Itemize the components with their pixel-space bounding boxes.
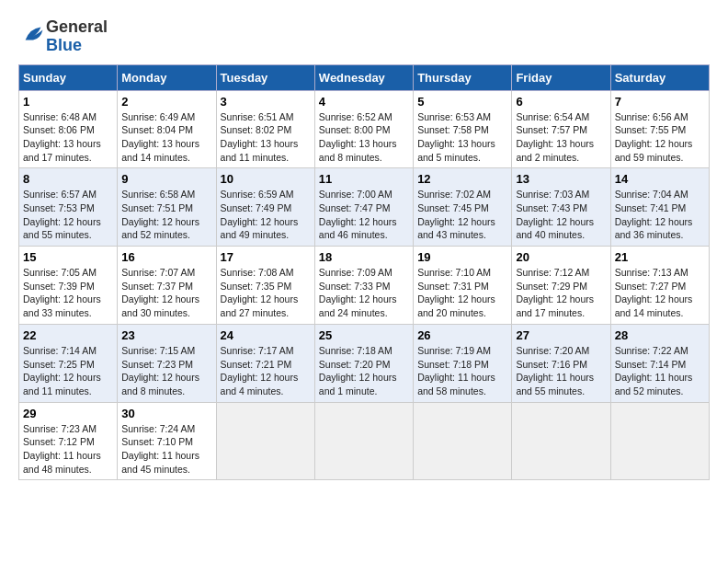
day-info: Sunrise: 7:18 AM Sunset: 7:20 PM Dayligh…	[319, 344, 409, 398]
calendar-cell: 10Sunrise: 6:59 AM Sunset: 7:49 PM Dayli…	[216, 168, 314, 247]
day-number: 18	[319, 250, 409, 264]
day-info: Sunrise: 7:02 AM Sunset: 7:45 PM Dayligh…	[417, 188, 507, 242]
calendar-cell: 29Sunrise: 7:23 AM Sunset: 7:12 PM Dayli…	[19, 402, 118, 480]
calendar-week-row: 1Sunrise: 6:48 AM Sunset: 8:06 PM Daylig…	[19, 90, 710, 168]
calendar-cell: 20Sunrise: 7:12 AM Sunset: 7:29 PM Dayli…	[512, 247, 610, 325]
calendar-cell: 7Sunrise: 6:56 AM Sunset: 7:55 PM Daylig…	[610, 90, 709, 168]
day-info: Sunrise: 7:09 AM Sunset: 7:33 PM Dayligh…	[319, 266, 409, 320]
day-number: 30	[121, 407, 211, 420]
day-number: 5	[417, 95, 507, 109]
calendar-cell: 21Sunrise: 7:13 AM Sunset: 7:27 PM Dayli…	[610, 247, 709, 325]
day-info: Sunrise: 6:48 AM Sunset: 8:06 PM Dayligh…	[23, 110, 113, 165]
day-info: Sunrise: 7:13 AM Sunset: 7:27 PM Dayligh…	[615, 266, 705, 320]
day-info: Sunrise: 6:59 AM Sunset: 7:49 PM Dayligh…	[221, 188, 311, 242]
calendar-cell: 22Sunrise: 7:14 AM Sunset: 7:25 PM Dayli…	[19, 324, 118, 402]
calendar-cell: 13Sunrise: 7:03 AM Sunset: 7:43 PM Dayli…	[512, 168, 610, 247]
calendar-cell	[414, 402, 512, 480]
day-number: 8	[23, 172, 113, 186]
day-info: Sunrise: 6:51 AM Sunset: 8:02 PM Dayligh…	[221, 110, 311, 165]
calendar-header-row: SundayMondayTuesdayWednesdayThursdayFrid…	[19, 64, 710, 90]
day-number: 21	[615, 250, 705, 264]
day-number: 6	[516, 95, 606, 109]
day-number: 1	[23, 95, 113, 109]
day-info: Sunrise: 7:04 AM Sunset: 7:41 PM Dayligh…	[615, 188, 705, 242]
calendar-cell: 5Sunrise: 6:53 AM Sunset: 7:58 PM Daylig…	[414, 90, 512, 168]
day-number: 10	[221, 172, 311, 186]
day-info: Sunrise: 7:07 AM Sunset: 7:37 PM Dayligh…	[121, 266, 211, 320]
day-info: Sunrise: 7:10 AM Sunset: 7:31 PM Dayligh…	[417, 266, 507, 320]
calendar-week-row: 15Sunrise: 7:05 AM Sunset: 7:39 PM Dayli…	[19, 247, 710, 325]
calendar-cell: 9Sunrise: 6:58 AM Sunset: 7:51 PM Daylig…	[118, 168, 216, 247]
col-header-monday: Monday	[118, 64, 216, 90]
calendar-cell	[512, 402, 610, 480]
col-header-tuesday: Tuesday	[216, 64, 314, 90]
day-info: Sunrise: 6:52 AM Sunset: 8:00 PM Dayligh…	[319, 110, 409, 165]
calendar-cell: 14Sunrise: 7:04 AM Sunset: 7:41 PM Dayli…	[610, 168, 709, 247]
col-header-thursday: Thursday	[414, 64, 512, 90]
day-number: 9	[121, 172, 211, 186]
day-info: Sunrise: 6:57 AM Sunset: 7:53 PM Dayligh…	[23, 188, 113, 242]
calendar-cell: 8Sunrise: 6:57 AM Sunset: 7:53 PM Daylig…	[19, 168, 118, 247]
calendar-cell: 17Sunrise: 7:08 AM Sunset: 7:35 PM Dayli…	[216, 247, 314, 325]
day-info: Sunrise: 7:15 AM Sunset: 7:23 PM Dayligh…	[121, 344, 211, 398]
day-info: Sunrise: 7:19 AM Sunset: 7:18 PM Dayligh…	[417, 344, 507, 398]
day-info: Sunrise: 7:24 AM Sunset: 7:10 PM Dayligh…	[121, 422, 211, 477]
calendar-week-row: 29Sunrise: 7:23 AM Sunset: 7:12 PM Dayli…	[19, 402, 710, 480]
calendar-cell: 15Sunrise: 7:05 AM Sunset: 7:39 PM Dayli…	[19, 247, 118, 325]
calendar-cell: 19Sunrise: 7:10 AM Sunset: 7:31 PM Dayli…	[414, 247, 512, 325]
calendar-cell: 16Sunrise: 7:07 AM Sunset: 7:37 PM Dayli…	[118, 247, 216, 325]
calendar-table: SundayMondayTuesdayWednesdayThursdayFrid…	[18, 64, 710, 481]
calendar-week-row: 8Sunrise: 6:57 AM Sunset: 7:53 PM Daylig…	[19, 168, 710, 247]
logo-text: General Blue	[46, 18, 108, 55]
calendar-cell	[314, 402, 413, 480]
page-header: General Blue	[18, 18, 710, 55]
day-number: 16	[121, 250, 211, 264]
day-info: Sunrise: 6:49 AM Sunset: 8:04 PM Dayligh…	[121, 110, 211, 165]
day-number: 28	[615, 328, 705, 342]
calendar-cell: 23Sunrise: 7:15 AM Sunset: 7:23 PM Dayli…	[118, 324, 216, 402]
day-number: 13	[516, 172, 606, 186]
col-header-saturday: Saturday	[610, 64, 709, 90]
day-info: Sunrise: 7:17 AM Sunset: 7:21 PM Dayligh…	[221, 344, 311, 398]
logo-blue: Blue	[46, 37, 108, 55]
calendar-cell	[216, 402, 314, 480]
day-number: 7	[615, 95, 705, 109]
calendar-cell: 3Sunrise: 6:51 AM Sunset: 8:02 PM Daylig…	[216, 90, 314, 168]
calendar-cell: 12Sunrise: 7:02 AM Sunset: 7:45 PM Dayli…	[414, 168, 512, 247]
day-number: 4	[319, 95, 409, 109]
day-info: Sunrise: 7:22 AM Sunset: 7:14 PM Dayligh…	[615, 344, 705, 398]
day-number: 11	[319, 172, 409, 186]
calendar-cell	[610, 402, 709, 480]
day-number: 19	[417, 250, 507, 264]
day-number: 29	[23, 407, 113, 420]
col-header-sunday: Sunday	[19, 64, 118, 90]
day-number: 12	[417, 172, 507, 186]
day-info: Sunrise: 7:20 AM Sunset: 7:16 PM Dayligh…	[516, 344, 606, 398]
calendar-cell: 18Sunrise: 7:09 AM Sunset: 7:33 PM Dayli…	[314, 247, 413, 325]
logo-general: General	[46, 18, 108, 37]
calendar-week-row: 22Sunrise: 7:14 AM Sunset: 7:25 PM Dayli…	[19, 324, 710, 402]
calendar-cell: 24Sunrise: 7:17 AM Sunset: 7:21 PM Dayli…	[216, 324, 314, 402]
day-info: Sunrise: 6:56 AM Sunset: 7:55 PM Dayligh…	[615, 110, 705, 165]
day-number: 26	[417, 328, 507, 342]
day-info: Sunrise: 7:12 AM Sunset: 7:29 PM Dayligh…	[516, 266, 606, 320]
calendar-cell: 28Sunrise: 7:22 AM Sunset: 7:14 PM Dayli…	[610, 324, 709, 402]
day-info: Sunrise: 6:53 AM Sunset: 7:58 PM Dayligh…	[417, 110, 507, 165]
calendar-cell: 11Sunrise: 7:00 AM Sunset: 7:47 PM Dayli…	[314, 168, 413, 247]
calendar-cell: 2Sunrise: 6:49 AM Sunset: 8:04 PM Daylig…	[118, 90, 216, 168]
day-number: 15	[23, 250, 113, 264]
logo-bird-icon	[20, 22, 46, 48]
calendar-cell: 27Sunrise: 7:20 AM Sunset: 7:16 PM Dayli…	[512, 324, 610, 402]
day-number: 17	[221, 250, 311, 264]
day-info: Sunrise: 7:14 AM Sunset: 7:25 PM Dayligh…	[23, 344, 113, 398]
day-number: 14	[615, 172, 705, 186]
calendar-cell: 30Sunrise: 7:24 AM Sunset: 7:10 PM Dayli…	[118, 402, 216, 480]
day-info: Sunrise: 7:08 AM Sunset: 7:35 PM Dayligh…	[221, 266, 311, 320]
col-header-wednesday: Wednesday	[314, 64, 413, 90]
day-number: 3	[221, 95, 311, 109]
calendar-cell: 6Sunrise: 6:54 AM Sunset: 7:57 PM Daylig…	[512, 90, 610, 168]
day-info: Sunrise: 7:03 AM Sunset: 7:43 PM Dayligh…	[516, 188, 606, 242]
day-number: 23	[121, 328, 211, 342]
day-info: Sunrise: 7:00 AM Sunset: 7:47 PM Dayligh…	[319, 188, 409, 242]
calendar-cell: 1Sunrise: 6:48 AM Sunset: 8:06 PM Daylig…	[19, 90, 118, 168]
